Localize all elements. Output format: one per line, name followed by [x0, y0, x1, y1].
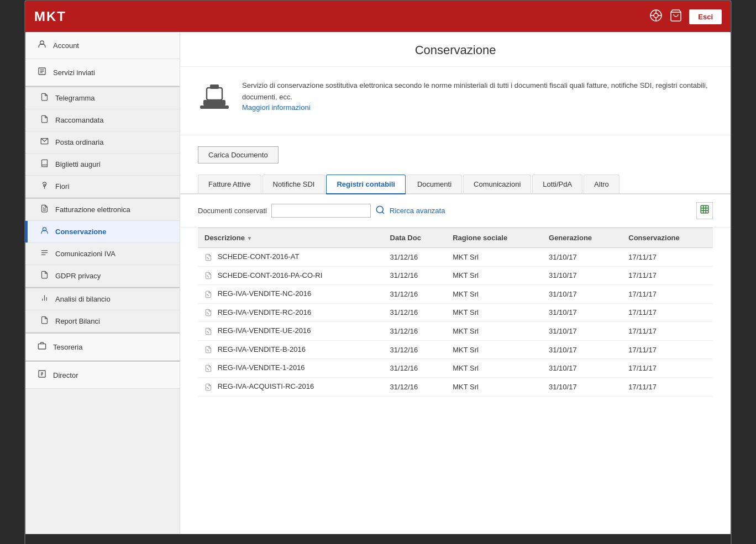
cell-conservazione: 17/11/17: [622, 377, 713, 396]
search-icon[interactable]: [375, 205, 385, 217]
cell-data-doc: 31/12/16: [384, 285, 447, 304]
sidebar-item-analisi-bilancio[interactable]: Analisi di bilancio: [25, 288, 180, 310]
content-area: Conservazione Servizio di conservazione …: [180, 32, 731, 534]
sidebar-item-comunicazioni-iva[interactable]: Comunicazioni IVA: [25, 243, 180, 265]
doc-file-icon: [204, 363, 214, 372]
table-row[interactable]: SCHEDE-CONT-2016-AT 31/12/16 MKT Srl 31/…: [198, 248, 713, 267]
svg-point-52: [208, 369, 208, 370]
tab-lotti-pda[interactable]: Lotti/PdA: [532, 175, 582, 193]
advanced-search-link[interactable]: Ricerca avanzata: [390, 207, 445, 215]
sidebar-item-gdpr-privacy[interactable]: GDPR privacy: [25, 265, 180, 287]
doc-file-icon: [204, 345, 214, 353]
sidebar-item-conservazione[interactable]: Conservazione: [25, 221, 180, 243]
sidebar-label-fiori: Fiori: [55, 182, 69, 191]
telegramma-icon: [39, 93, 50, 103]
svg-point-50: [208, 351, 208, 351]
service-link[interactable]: Maggiori informazioni: [242, 103, 311, 112]
cell-ragione-sociale: MKT Srl: [446, 248, 542, 267]
service-text-block: Servizio di conservazione sostitutiva el…: [242, 80, 713, 112]
table-row[interactable]: REG-IVA-VENDITE-RC-2016 31/12/16 MKT Srl…: [198, 303, 713, 322]
cell-ragione-sociale: MKT Srl: [446, 340, 542, 359]
col-header-generazione[interactable]: Generazione: [542, 228, 622, 248]
exit-button[interactable]: Esci: [689, 9, 722, 24]
tab-fatture-attive[interactable]: Fatture Attive: [198, 175, 261, 193]
cell-descrizione: SCHEDE-CONT-2016-PA-CO-RI: [198, 266, 384, 285]
table-row[interactable]: REG-IVA-VENDITE-UE-2016 31/12/16 MKT Srl…: [198, 322, 713, 341]
doc-file-icon: [204, 308, 214, 316]
cell-ragione-sociale: MKT Srl: [446, 322, 542, 341]
sidebar-label-telegramma: Telegramma: [55, 94, 95, 102]
cell-ragione-sociale: MKT Srl: [446, 377, 542, 396]
tab-registri-contabili[interactable]: Registri contabili: [326, 175, 405, 194]
cell-conservazione: 17/11/17: [622, 266, 713, 285]
sidebar-item-servizi-inviati[interactable]: Servizi inviati: [25, 59, 180, 86]
sidebar-item-tesoreria[interactable]: Tesoreria: [25, 332, 180, 361]
table-row[interactable]: REG-IVA-VENDITE-NC-2016 31/12/16 MKT Srl…: [198, 285, 713, 304]
cart-icon[interactable]: [669, 9, 683, 25]
tab-altro[interactable]: Altro: [584, 175, 620, 193]
cell-descrizione: REG-IVA-VENDITE-1-2016: [198, 359, 384, 378]
cell-data-doc: 31/12/16: [384, 248, 447, 267]
comunicazioni-iva-icon: [39, 249, 50, 259]
stamp-icon: [198, 80, 231, 122]
svg-point-43: [207, 294, 208, 295]
conservazione-icon: [39, 226, 50, 237]
service-description: Servizio di conservazione sostitutiva el…: [242, 80, 713, 103]
cell-descrizione: SCHEDE-CONT-2016-AT: [198, 248, 384, 267]
upload-section: Carica Documento: [180, 135, 731, 175]
sidebar-item-raccomandata[interactable]: Raccomandata: [25, 109, 180, 131]
tab-comunicazioni[interactable]: Comunicazioni: [463, 175, 531, 193]
report-bilanci-icon: [39, 316, 50, 326]
support-icon[interactable]: [649, 9, 663, 25]
cell-data-doc: 31/12/16: [384, 340, 447, 359]
cell-data-doc: 31/12/16: [384, 322, 447, 341]
sidebar-item-director[interactable]: Director: [25, 361, 180, 389]
sidebar-label-gdpr-privacy: GDPR privacy: [55, 272, 101, 280]
svg-point-53: [207, 387, 208, 388]
raccomandata-icon: [39, 115, 50, 125]
director-icon: [36, 369, 48, 381]
col-header-data-doc[interactable]: Data Doc: [384, 228, 447, 248]
sidebar-label-director: Director: [53, 371, 78, 379]
table-row[interactable]: REG-IVA-ACQUISTI-RC-2016 31/12/16 MKT Sr…: [198, 377, 713, 396]
cell-ragione-sociale: MKT Srl: [446, 285, 542, 304]
sidebar-item-fiori[interactable]: Fiori: [25, 176, 180, 198]
servizi-inviati-icon: [36, 67, 48, 78]
svg-point-39: [207, 257, 208, 258]
main-layout: Account Servizi inviati: [25, 32, 731, 534]
svg-point-54: [208, 388, 208, 388]
tab-documenti[interactable]: Documenti: [407, 175, 462, 193]
sidebar-label-comunicazioni-iva: Comunicazioni IVA: [55, 250, 116, 258]
sidebar-item-fatturazione-elettronica[interactable]: Fatturazione elettronica: [25, 199, 180, 221]
sidebar-item-telegramma[interactable]: Telegramma: [25, 87, 180, 109]
tesoreria-icon: [36, 341, 48, 352]
sidebar-item-report-bilanci[interactable]: Report Bilanci: [25, 310, 180, 332]
upload-button[interactable]: Carica Documento: [198, 146, 279, 163]
sidebar-item-posta-ordinaria[interactable]: Posta ordinaria: [25, 131, 180, 154]
col-header-descrizione[interactable]: Descrizione ▼: [198, 228, 384, 248]
sidebar-label-analisi-bilancio: Analisi di bilancio: [55, 295, 111, 303]
table-row[interactable]: REG-IVA-VENDITE-B-2016 31/12/16 MKT Srl …: [198, 340, 713, 359]
cell-generazione: 31/10/17: [542, 359, 622, 378]
table-row[interactable]: SCHEDE-CONT-2016-PA-CO-RI 31/12/16 MKT S…: [198, 266, 713, 285]
fiori-icon: [39, 181, 50, 192]
export-icon[interactable]: [696, 202, 713, 219]
col-header-conservazione[interactable]: Conservazione: [622, 228, 713, 248]
service-info: Servizio di conservazione sostitutiva el…: [180, 67, 731, 135]
search-input[interactable]: [271, 204, 371, 218]
sidebar-label-posta-ordinaria: Posta ordinaria: [55, 138, 103, 146]
table-row[interactable]: REG-IVA-VENDITE-1-2016 31/12/16 MKT Srl …: [198, 359, 713, 378]
sidebar-item-biglietti-auguri[interactable]: Biglietti auguri: [25, 154, 180, 176]
cell-generazione: 31/10/17: [542, 377, 622, 396]
sidebar-group-fiscal: Fatturazione elettronica Conservazione: [25, 198, 180, 287]
documents-table-container: Descrizione ▼ Data Doc Ragione sociale G…: [180, 228, 731, 397]
tab-notifiche-sdi[interactable]: Notifiche SDI: [262, 175, 326, 193]
svg-point-45: [207, 313, 208, 313]
svg-point-46: [208, 314, 208, 314]
sort-arrow-descrizione: ▼: [247, 235, 253, 241]
cell-descrizione: REG-IVA-ACQUISTI-RC-2016: [198, 377, 384, 396]
col-header-ragione-sociale[interactable]: Ragione sociale: [446, 228, 542, 248]
sidebar-item-account[interactable]: Account: [25, 32, 180, 59]
sidebar-label-account: Account: [53, 41, 79, 50]
svg-point-44: [208, 295, 208, 295]
